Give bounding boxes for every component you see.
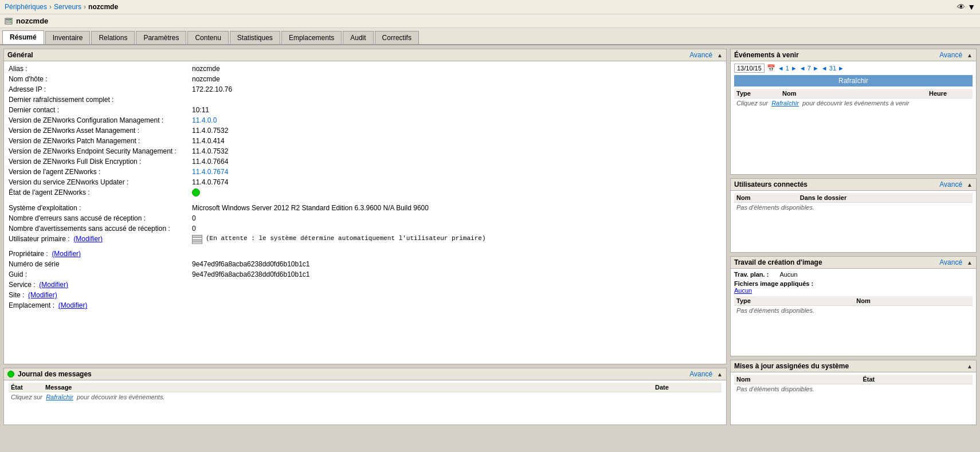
- users-title: Utilisateurs connectés: [734, 180, 807, 188]
- field-service: Service : (Modifier): [9, 280, 722, 290]
- image-avance-link[interactable]: Avancé: [939, 258, 962, 266]
- connected-users-panel: Utilisateurs connectés Avancé ▲ Nom Dans…: [730, 178, 977, 253]
- tab-audit[interactable]: Audit: [343, 31, 373, 44]
- device-title-bar: nozcmde: [0, 14, 980, 28]
- users-panel-header: Utilisateurs connectés Avancé ▲: [731, 179, 976, 191]
- calendar-icon[interactable]: 📅: [767, 64, 775, 72]
- breadcrumb-sep1: ›: [49, 3, 52, 11]
- events-panel-controls: Avancé ▲: [939, 51, 973, 59]
- hostname-label: Nom d'hôte :: [9, 75, 192, 83]
- general-title: Général: [7, 51, 33, 59]
- zenworks-agent-link[interactable]: 11.4.0.7674: [192, 168, 228, 176]
- field-warnings: Nombre d'avertissements sans accusé de r…: [9, 223, 722, 234]
- ip-label: Adresse IP :: [9, 85, 192, 93]
- main-content: Général Avancé ▲ Alias : nozcmde Nom d'h…: [0, 45, 980, 429]
- trav-plan-label: Trav. plan. :: [734, 271, 769, 278]
- emplacement-modifier[interactable]: (Modifier): [58, 301, 88, 309]
- zenworks-disk-label: Version de ZENworks Full Disk Encryption…: [9, 158, 192, 166]
- zenworks-endpoint-label: Version de ZENworks Endpoint Security Ma…: [9, 147, 192, 155]
- owner-modifier[interactable]: (Modifier): [52, 250, 81, 258]
- tab-emplacements[interactable]: Emplacements: [281, 31, 342, 44]
- log-avance-link[interactable]: Avancé: [689, 370, 712, 378]
- log-status-col: État: [9, 383, 43, 392]
- users-avance-link[interactable]: Avancé: [939, 180, 962, 188]
- agent-state-value: [192, 188, 722, 198]
- updates-panel-header: Mises à jour assignées du système ▲: [731, 360, 976, 372]
- ip-value: 172.22.10.76: [192, 85, 722, 93]
- trav-plan-value: Aucun: [779, 271, 797, 278]
- users-dossier-col: Dans le dossier: [798, 193, 973, 203]
- status-green-icon: [192, 188, 200, 196]
- nav-1-back[interactable]: ◄ 1 ►: [778, 65, 797, 72]
- breadcrumb-peripheriques[interactable]: Périphériques: [5, 3, 47, 11]
- service-modifier[interactable]: (Modifier): [39, 281, 68, 289]
- events-rafraichir-link[interactable]: Rafraîchir: [771, 100, 799, 107]
- general-content: Alias : nozcmde Nom d'hôte : nozcmde Adr…: [4, 61, 726, 361]
- trav-plan-field: Trav. plan. : Aucun: [734, 271, 973, 278]
- nav-31-back[interactable]: ◄ 31 ►: [821, 65, 844, 72]
- users-content: Nom Dans le dossier Pas d'éléments dispo…: [731, 191, 976, 214]
- general-panel: Général Avancé ▲ Alias : nozcmde Nom d'h…: [3, 49, 727, 364]
- tab-correctifs[interactable]: Correctifs: [375, 31, 419, 44]
- users-empty-text: Pas d'éléments disponibles.: [734, 203, 973, 213]
- zenworks-updater-value: 11.4.0.7674: [192, 178, 722, 186]
- dropdown-icon[interactable]: ▼: [967, 2, 975, 11]
- field-zenworks-asset: Version de ZENworks Asset Management : 1…: [9, 125, 722, 136]
- events-collapse-btn[interactable]: ▲: [967, 52, 973, 58]
- log-message-col: Message: [43, 383, 653, 392]
- field-errors: Nombre d'erreurs sans accusé de réceptio…: [9, 213, 722, 223]
- events-refresh-button[interactable]: Rafraîchir: [734, 75, 973, 87]
- tab-statistiques[interactable]: Statistiques: [230, 31, 280, 44]
- field-hostname: Nom d'hôte : nozcmde: [9, 74, 722, 84]
- zenworks-config-link[interactable]: 11.4.0.0: [192, 116, 217, 124]
- zenworks-disk-value: 11.4.0.7664: [192, 158, 722, 166]
- fichiers-field: Fichiers image appliqués : Aucun: [734, 280, 973, 294]
- site-modifier[interactable]: (Modifier): [28, 291, 57, 299]
- alias-value: nozcmde: [192, 65, 722, 73]
- log-date-col: Date: [653, 383, 722, 392]
- tab-parametres[interactable]: Paramètres: [136, 31, 186, 44]
- tab-relations[interactable]: Relations: [91, 31, 135, 44]
- tab-inventaire[interactable]: Inventaire: [45, 31, 91, 44]
- field-zenworks-updater: Version du service ZENworks Updater : 11…: [9, 177, 722, 187]
- primary-user-modifier[interactable]: (Modifier): [73, 235, 103, 243]
- log-status-icon: [7, 371, 14, 378]
- users-nom-col: Nom: [734, 193, 798, 203]
- message-log-panel: Journal des messages Avancé ▲ État Messa…: [3, 368, 727, 425]
- server-icon: [5, 17, 13, 25]
- field-ip: Adresse IP : 172.22.10.76: [9, 84, 722, 95]
- tab-contenu[interactable]: Contenu: [187, 31, 228, 44]
- events-panel: Événements à venir Avancé ▲ 13/10/15 📅 ◄…: [730, 49, 977, 175]
- tab-bar: Résumé Inventaire Relations Paramètres C…: [0, 28, 980, 45]
- help-icon[interactable]: 👁: [957, 2, 965, 11]
- svg-rect-9: [193, 242, 202, 243]
- log-collapse-btn[interactable]: ▲: [717, 371, 723, 378]
- updates-collapse-btn[interactable]: ▲: [967, 363, 973, 370]
- field-zenworks-disk: Version de ZENworks Full Disk Encryption…: [9, 156, 722, 167]
- date-nav: 13/10/15 📅 ◄ 1 ► ◄ 7 ► ◄ 31 ►: [734, 64, 973, 73]
- users-table: Nom Dans le dossier Pas d'éléments dispo…: [734, 193, 973, 212]
- general-collapse-btn[interactable]: ▲: [717, 52, 723, 58]
- breadcrumb-serveurs[interactable]: Serveurs: [54, 3, 81, 11]
- last-contact-value: 10:11: [192, 106, 722, 114]
- events-avance-link[interactable]: Avancé: [939, 51, 962, 59]
- updates-empty-row: Pas d'éléments disponibles.: [734, 384, 973, 394]
- tab-resume[interactable]: Résumé: [2, 30, 44, 44]
- top-icons: 👁 ▼: [957, 2, 975, 11]
- breadcrumb-sep2: ›: [84, 3, 86, 11]
- general-avance-link[interactable]: Avancé: [689, 51, 712, 59]
- fichiers-label: Fichiers image appliqués :: [734, 280, 813, 287]
- users-collapse-btn[interactable]: ▲: [967, 182, 973, 188]
- events-panel-header: Événements à venir Avancé ▲: [731, 49, 976, 61]
- fichiers-link[interactable]: Aucun: [734, 287, 752, 294]
- users-panel-controls: Avancé ▲: [939, 180, 973, 188]
- left-column: Général Avancé ▲ Alias : nozcmde Nom d'h…: [3, 49, 727, 425]
- events-heure-col: Heure: [927, 89, 973, 99]
- device-name: nozcmde: [16, 17, 48, 25]
- log-rafraichir-link[interactable]: Rafraîchir: [46, 394, 73, 400]
- events-date[interactable]: 13/10/15: [734, 64, 765, 73]
- image-collapse-btn[interactable]: ▲: [967, 260, 973, 266]
- nav-7-back[interactable]: ◄ 7 ►: [799, 65, 819, 72]
- os-value: Microsoft Windows Server 2012 R2 Standar…: [192, 204, 722, 212]
- svg-point-3: [10, 19, 11, 20]
